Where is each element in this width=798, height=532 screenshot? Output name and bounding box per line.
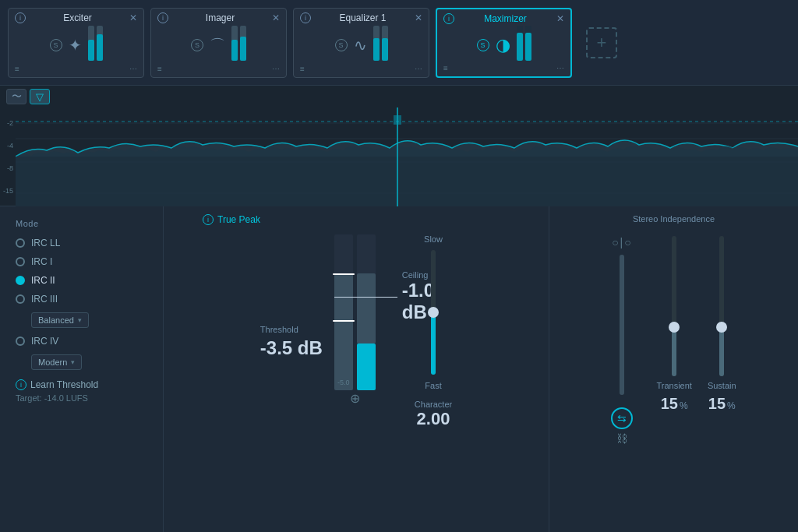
max-footer-dots: ⋯ [556,64,564,72]
db-label-4: -15 [0,187,16,195]
stereo-main-slider[interactable] [620,255,624,395]
character-area: Slow Fast Character 2.00 [415,234,452,429]
irciv-dropdown-value: Modern [38,358,67,367]
irciii-dropdown[interactable]: Balanced ▾ [31,312,89,328]
fader-bottom-label: -5.0 [337,379,350,386]
exciter-info-btn[interactable]: i [15,12,26,23]
mode-option-irciv[interactable]: IRC IV [16,336,147,347]
mode-label-irciii: IRC III [31,294,58,305]
imager-footer-icon: ≡ [157,65,162,73]
transient-slider[interactable] [672,236,676,376]
mode-option-ircll[interactable]: IRC LL [16,238,147,248]
plugin-card-maximizer[interactable]: i Maximizer ✕ S ◑ ≡ ⋯ [436,8,572,78]
chain-icon: ⛓ [616,432,627,445]
fader-link-icon[interactable]: ⊕ [350,391,360,406]
irciv-dropdown-arrow: ▾ [71,358,75,366]
radio-irciv[interactable] [16,336,25,346]
eq-footer-dots: ⋯ [415,65,422,73]
main-content: Mode IRC LL IRC I IRC II IRC III Balance… [0,206,798,532]
transient-label: Transient [656,381,691,390]
add-plugin-button[interactable]: + [586,27,617,58]
character-label: Character [415,400,452,409]
imager-faders [231,30,246,61]
plugin-card-imager[interactable]: i Imager ✕ S ⌒ ≡ ⋯ [150,8,287,78]
threshold-label: Threshold [260,325,323,334]
max-s-btn[interactable]: S [477,39,489,51]
plugin-strip: i Exciter ✕ S ✦ ≡ ⋯ i Imager ✕ S ⌒ [0,0,798,86]
true-peak-info-icon[interactable]: i [203,214,214,225]
mode-panel: Mode IRC LL IRC I IRC II IRC III Balance… [0,206,164,532]
irciii-dropdown-area: Balanced ▾ [31,312,147,328]
character-slider-thumb[interactable] [428,307,439,318]
imager-footer-dots: ⋯ [272,65,280,73]
stereo-link-icon[interactable]: ⇆ [611,407,633,429]
sustain-thumb[interactable] [716,322,727,333]
radio-ircii[interactable] [16,276,25,285]
radio-irciii[interactable] [16,294,25,304]
imager-info-btn[interactable]: i [157,12,168,23]
exciter-s-btn[interactable]: S [50,39,62,51]
max-info-btn[interactable]: i [443,13,454,24]
true-peak-label: True Peak [217,214,260,225]
transient-thumb[interactable] [669,322,680,333]
sustain-label: Sustain [708,381,736,390]
exciter-title: Exciter [26,12,129,23]
speed-fast-label: Fast [425,381,441,390]
learn-threshold-info-icon[interactable]: i [16,379,26,390]
eq-faders [373,30,388,61]
waveform-controls: 〜 ▽ [0,86,798,107]
eq-s-btn[interactable]: S [335,39,348,51]
max-footer-icon: ≡ [443,64,448,72]
waveform-section: 〜 ▽ -2 -4 -8 -15 [0,86,798,206]
imager-title: Imager [168,12,272,23]
waveform-btn-filter[interactable]: ▽ [30,89,50,104]
center-panel: i True Peak Threshold -3.5 dB [164,206,549,532]
imager-icon: ⌒ [210,35,225,56]
exciter-close-btn[interactable]: ✕ [129,12,137,23]
eq-title: Equalizer 1 [311,12,415,23]
imager-s-btn[interactable]: S [191,39,203,51]
sustain-unit: % [727,400,736,411]
mode-label-irciv: IRC IV [31,336,58,347]
irciv-dropdown[interactable]: Modern ▾ [31,354,82,370]
mode-option-ircii[interactable]: IRC II [16,275,147,286]
max-close-btn[interactable]: ✕ [556,13,564,24]
learn-threshold-area[interactable]: i Learn Threshold [16,379,147,390]
exciter-faders [88,30,103,61]
radio-ircll[interactable] [16,238,25,248]
imager-close-btn[interactable]: ✕ [272,12,280,23]
radio-irci[interactable] [16,257,25,266]
mode-option-irciii[interactable]: IRC III [16,294,147,305]
sustain-control: Sustain 15 % [708,236,736,413]
max-faders [517,30,531,61]
svg-rect-7 [394,115,401,125]
threshold-value: -3.5 dB [260,337,323,359]
character-value: 2.00 [417,409,450,429]
speed-slow-label: Slow [424,234,443,244]
eq-footer-icon: ≡ [300,65,305,73]
mode-section-label: Mode [16,219,147,228]
right-panel: Stereo Independence ○|○ ⇆ ⛓ [549,206,798,532]
eq-close-btn[interactable]: ✕ [415,12,422,23]
mode-option-irci[interactable]: IRC I [16,256,147,267]
target-label: Target: -14.0 LUFS [16,393,147,403]
plugin-card-exciter[interactable]: i Exciter ✕ S ✦ ≡ ⋯ [8,8,144,78]
transient-control: Transient 15 % [656,236,691,413]
stereo-independence-label: Stereo Independence [565,214,782,224]
eq-info-btn[interactable]: i [300,12,311,23]
character-slider-fill [431,312,436,375]
max-icon: ◑ [496,35,510,55]
ceiling-pointer-area: Ceiling -1.0 dB [334,270,461,323]
waveform-svg [16,107,798,206]
plugin-card-equalizer[interactable]: i Equalizer 1 ✕ S ∿ ≡ ⋯ [293,8,429,78]
sustain-slider[interactable] [719,236,724,376]
character-slider[interactable] [431,250,436,375]
eq-icon: ∿ [354,36,367,55]
waveform-btn-wave[interactable]: 〜 [6,89,26,104]
waveform-canvas: -2 -4 -8 -15 [0,107,798,206]
db-label-2: -4 [0,142,16,150]
irciii-dropdown-arrow: ▾ [78,316,82,324]
exciter-footer-icon: ≡ [15,65,19,73]
exciter-icon: ✦ [69,36,82,55]
stereo-channel-icon: ○|○ [612,236,633,248]
